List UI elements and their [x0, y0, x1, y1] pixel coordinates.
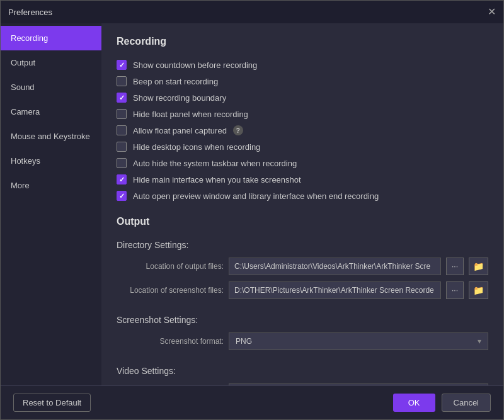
- close-button[interactable]: ✕: [488, 7, 496, 17]
- dialog-body: Recording Output Sound Camera Mouse and …: [1, 23, 503, 385]
- label-show-boundary: Show recording boundary: [133, 93, 226, 103]
- output-section-title: Output: [117, 216, 488, 230]
- label-hide-main: Hide main interface when you take screen…: [133, 175, 301, 184]
- sidebar-item-sound[interactable]: Sound: [1, 75, 101, 99]
- screenshot-files-dots-button[interactable]: ···: [446, 281, 464, 299]
- label-hide-desktop: Hide desktop icons when recording: [133, 142, 260, 152]
- cancel-button[interactable]: Cancel: [442, 394, 491, 412]
- ok-button[interactable]: OK: [393, 394, 435, 412]
- output-files-row: Location of output files: C:\Users\Admin…: [117, 258, 488, 275]
- screenshot-format-label: Screenshot format:: [117, 337, 224, 346]
- screenshot-format-select[interactable]: PNG ▾: [229, 332, 488, 350]
- screenshot-format-value: PNG: [236, 337, 252, 346]
- directory-settings-title: Directory Settings:: [117, 240, 488, 250]
- checkbox-allow-float[interactable]: [117, 125, 127, 135]
- checkbox-row-allow-float: Allow float panel captured ?: [117, 125, 488, 135]
- checkbox-row-auto-open-preview: Auto open preview window and library int…: [117, 191, 488, 201]
- checkbox-row-auto-hide-taskbar: Auto hide the system taskbar when record…: [117, 158, 488, 168]
- label-hide-float: Hide float panel when recording: [133, 110, 248, 119]
- screenshot-files-path[interactable]: D:\OTHER\Pictures\ArkThinker\ArkThinker …: [229, 281, 441, 299]
- screenshot-settings-title: Screenshot Settings:: [117, 315, 488, 325]
- video-settings-title: Video Settings:: [117, 366, 488, 376]
- folder-icon-2: 📁: [473, 285, 484, 295]
- sidebar-item-mouse-keystroke[interactable]: Mouse and Keystroke: [1, 124, 101, 149]
- checkbox-row-hide-desktop: Hide desktop icons when recording: [117, 142, 488, 152]
- checkbox-row-show-boundary: Show recording boundary: [117, 93, 488, 103]
- screenshot-format-row: Screenshot format: PNG ▾: [117, 332, 488, 350]
- title-bar: Preferences ✕: [1, 1, 503, 23]
- screenshot-format-chevron-icon: ▾: [478, 337, 481, 346]
- label-show-countdown: Show countdown before recording: [133, 60, 257, 70]
- preferences-dialog: Preferences ✕ Recording Output Sound Cam…: [0, 0, 504, 420]
- checkbox-row-show-countdown: Show countdown before recording: [117, 60, 488, 70]
- checkbox-hide-float[interactable]: [117, 109, 127, 119]
- output-files-folder-button[interactable]: 📁: [469, 258, 488, 275]
- label-allow-float: Allow float panel captured: [133, 126, 227, 135]
- folder-icon: 📁: [473, 261, 484, 271]
- checkbox-row-beep: Beep on start recording: [117, 76, 488, 86]
- footer: Reset to Default OK Cancel: [1, 385, 503, 419]
- sidebar: Recording Output Sound Camera Mouse and …: [1, 23, 101, 385]
- output-section: Output Directory Settings: Location of o…: [117, 216, 488, 385]
- checkbox-hide-desktop[interactable]: [117, 142, 127, 152]
- sidebar-item-recording[interactable]: Recording: [1, 26, 101, 50]
- recording-section-title: Recording: [117, 36, 488, 50]
- checkbox-row-hide-main: Hide main interface when you take screen…: [117, 174, 488, 184]
- main-content: Recording Show countdown before recordin…: [101, 23, 503, 385]
- screenshot-files-label: Location of screenshot files:: [117, 286, 224, 295]
- sidebar-item-output[interactable]: Output: [1, 50, 101, 75]
- output-files-label: Location of output files:: [117, 262, 224, 271]
- reset-to-default-button[interactable]: Reset to Default: [13, 394, 91, 412]
- output-files-dots-button[interactable]: ···: [446, 258, 464, 275]
- label-beep: Beep on start recording: [133, 77, 218, 86]
- sidebar-item-camera[interactable]: Camera: [1, 99, 101, 124]
- checkbox-beep[interactable]: [117, 76, 127, 86]
- screenshot-files-row: Location of screenshot files: D:\OTHER\P…: [117, 281, 488, 299]
- sidebar-item-hotkeys[interactable]: Hotkeys: [1, 149, 101, 173]
- checkbox-show-countdown[interactable]: [117, 60, 127, 70]
- output-files-path[interactable]: C:\Users\Administrator\Videos\ArkThinker…: [229, 258, 441, 275]
- checkbox-auto-open-preview[interactable]: [117, 191, 127, 201]
- label-auto-hide-taskbar: Auto hide the system taskbar when record…: [133, 159, 297, 168]
- screenshot-files-folder-button[interactable]: 📁: [469, 281, 488, 299]
- help-icon[interactable]: ?: [233, 125, 243, 135]
- footer-actions: OK Cancel: [393, 394, 491, 412]
- checkbox-hide-main[interactable]: [117, 174, 127, 184]
- label-auto-open-preview: Auto open preview window and library int…: [133, 191, 379, 201]
- dialog-title: Preferences: [8, 8, 52, 17]
- checkbox-show-boundary[interactable]: [117, 93, 127, 103]
- checkbox-row-hide-float: Hide float panel when recording: [117, 109, 488, 119]
- checkbox-auto-hide-taskbar[interactable]: [117, 158, 127, 168]
- sidebar-item-more[interactable]: More: [1, 173, 101, 198]
